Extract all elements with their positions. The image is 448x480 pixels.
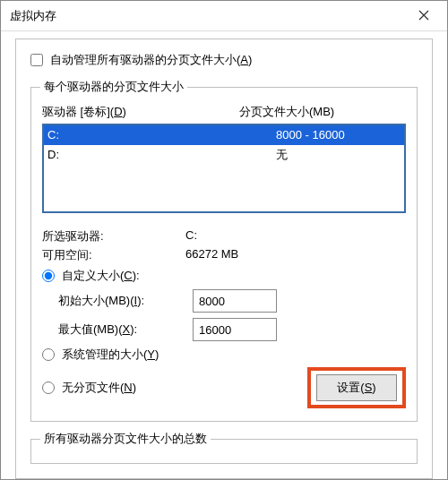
auto-manage-row: 自动管理所有驱动器的分页文件大小(A) [30, 52, 418, 68]
selected-drive-value: C: [185, 228, 406, 244]
totals-legend: 所有驱动器分页文件大小的总数 [40, 431, 211, 447]
radio-system-row: 系统管理的大小(Y) [42, 347, 406, 363]
radio-custom-label[interactable]: 自定义大小(C): [62, 268, 140, 284]
drive-row-size: 8000 - 16000 [276, 126, 401, 144]
selected-drive-label: 所选驱动器: [42, 228, 185, 244]
drive-row-drive: C: [47, 126, 276, 144]
client-area: 自动管理所有驱动器的分页文件大小(A) 每个驱动器的分页文件大小 驱动器 [卷标… [15, 39, 433, 479]
set-button-highlight: 设置(S) [307, 367, 406, 408]
header-drive: 驱动器 [卷标](D) [42, 104, 239, 120]
header-size: 分页文件大小(MB) [239, 104, 406, 120]
per-drive-fieldset: 每个驱动器的分页文件大小 驱动器 [卷标](D) 分页文件大小(MB) C:80… [30, 79, 418, 422]
auto-manage-checkbox[interactable] [30, 54, 43, 66]
radio-system[interactable] [42, 348, 55, 361]
initial-size-label: 初始大小(MB)(I): [58, 293, 193, 309]
totals-fieldset: 所有驱动器分页文件大小的总数 [30, 431, 418, 464]
radio-none[interactable] [42, 381, 55, 394]
drive-list-header: 驱动器 [卷标](D) 分页文件大小(MB) [42, 102, 406, 124]
close-icon [418, 8, 429, 23]
radio-system-label[interactable]: 系统管理的大小(Y) [62, 347, 159, 363]
drive-row[interactable]: D:无 [44, 145, 404, 165]
free-space-value: 66272 MB [185, 247, 406, 263]
selected-drive-row: 所选驱动器: C: [42, 228, 406, 244]
radio-custom-row: 自定义大小(C): [42, 268, 406, 284]
max-size-input[interactable] [193, 318, 277, 341]
titlebar: 虚拟内存 [1, 1, 447, 31]
close-button[interactable] [404, 3, 444, 30]
drive-row[interactable]: C:8000 - 16000 [44, 125, 404, 145]
free-space-label: 可用空间: [42, 247, 185, 263]
virtual-memory-dialog: 虚拟内存 自动管理所有驱动器的分页文件大小(A) 每个驱动器的分页文件大小 驱动… [0, 0, 448, 480]
window-title: 虚拟内存 [10, 8, 56, 24]
initial-size-input[interactable] [193, 289, 277, 313]
per-drive-legend: 每个驱动器的分页文件大小 [40, 79, 187, 95]
max-size-label: 最大值(MB)(X): [58, 321, 193, 338]
max-size-row: 最大值(MB)(X): [58, 318, 406, 341]
radio-custom[interactable] [42, 270, 55, 282]
drive-row-size: 无 [276, 146, 401, 164]
drive-list[interactable]: C:8000 - 16000D:无 [42, 124, 406, 213]
initial-size-row: 初始大小(MB)(I): [58, 289, 406, 313]
radio-none-row: 无分页文件(N) [42, 380, 307, 396]
free-space-row: 可用空间: 66272 MB [42, 247, 406, 263]
set-button[interactable]: 设置(S) [316, 374, 397, 401]
radio-none-label[interactable]: 无分页文件(N) [62, 380, 136, 396]
auto-manage-label[interactable]: 自动管理所有驱动器的分页文件大小(A) [50, 52, 252, 68]
drive-row-drive: D: [47, 146, 276, 164]
